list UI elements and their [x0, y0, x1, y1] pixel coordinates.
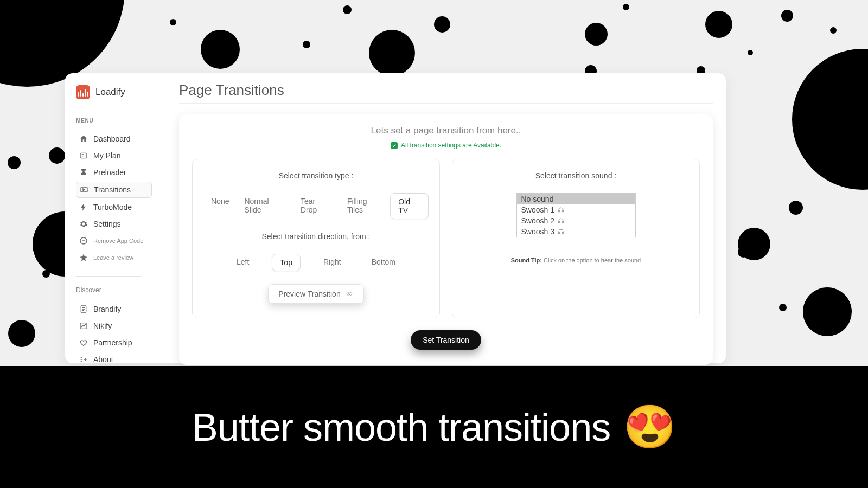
svg-rect-0: [80, 153, 87, 158]
sidebar-item-label: Remove App Code: [93, 237, 143, 244]
sound-option-label: Swoosh 1: [521, 206, 554, 214]
direction-label: Select transition direction, from :: [203, 232, 429, 241]
headphones-icon: [558, 228, 564, 235]
discover-item-nikify[interactable]: Nikify: [76, 318, 152, 333]
sound-label: Select transition sound :: [463, 171, 688, 180]
availability-status: All transition settings are Available.: [192, 142, 700, 149]
transition-sound-panel: Select transition sound : No sound Swoos…: [452, 159, 700, 318]
sidebar-item-transitions[interactable]: Transitions: [76, 182, 152, 198]
sidebar-item-preloader[interactable]: Preloader: [76, 165, 152, 180]
sidebar-item-label: TurboMode: [93, 203, 132, 211]
star-icon: [79, 253, 88, 262]
gear-icon: [79, 220, 88, 228]
sound-option-no-sound[interactable]: No sound: [517, 194, 635, 204]
sound-tip: Sound Tip: Click on the option to hear t…: [463, 257, 688, 264]
svg-rect-7: [562, 210, 563, 212]
sidebar-item-label: Preloader: [93, 168, 126, 177]
sidebar-item-label: Transitions: [94, 185, 131, 194]
sidebar-item-turbomode[interactable]: TurboMode: [76, 200, 152, 215]
sound-option-label: No sound: [521, 195, 554, 203]
sound-option-label: Swoosh 2: [521, 216, 554, 225]
svg-point-5: [348, 293, 350, 295]
transitions-card: Lets set a page transition from here.. A…: [179, 114, 713, 365]
set-transition-button[interactable]: Set Transition: [411, 330, 481, 350]
brand: Loadify: [76, 85, 152, 99]
svg-rect-8: [558, 221, 559, 223]
sidebar-item-dashboard[interactable]: Dashboard: [76, 131, 152, 146]
sidebar-item-remove-app-code[interactable]: Remove App Code: [76, 233, 152, 248]
sidebar: Loadify MENU Dashboard My Plan Preloader…: [65, 73, 157, 363]
type-option-old-tv[interactable]: Old TV: [390, 193, 429, 219]
sidebar-item-label: Leave a review: [93, 254, 133, 261]
home-icon: [79, 134, 88, 143]
type-label: Select transition type :: [203, 171, 429, 180]
chart-icon: [79, 322, 88, 330]
availability-text: All transition settings are Available.: [401, 142, 501, 149]
discover-item-label: Nikify: [93, 322, 112, 330]
sidebar-item-label: Dashboard: [93, 134, 131, 143]
hourglass-icon: [79, 168, 88, 177]
banner-text: Butter smooth transitions: [192, 405, 610, 450]
sound-option-label: Swoosh 3: [521, 227, 554, 236]
eye-icon: [345, 291, 354, 297]
bolt-icon: [79, 203, 88, 211]
card-icon: [79, 151, 88, 160]
brand-logo-icon: [76, 85, 90, 99]
svg-rect-10: [558, 232, 559, 234]
type-option-none[interactable]: None: [203, 193, 237, 219]
direction-option-bottom[interactable]: Bottom: [364, 254, 403, 271]
main-content: Page Transitions Lets set a page transit…: [157, 73, 726, 363]
discover-item-about[interactable]: About: [76, 352, 152, 367]
direction-option-top[interactable]: Top: [272, 254, 301, 271]
title-divider: [179, 103, 713, 104]
menu-heading: MENU: [76, 118, 152, 124]
app-window: Loadify MENU Dashboard My Plan Preloader…: [65, 73, 726, 363]
heart-icon: [79, 338, 88, 347]
transitions-icon: [80, 185, 88, 194]
type-options-row: None Normal Slide Tear Drop Filling Tile…: [203, 193, 429, 219]
sound-option-swoosh-2[interactable]: Swoosh 2: [517, 215, 635, 226]
sidebar-item-settings[interactable]: Settings: [76, 216, 152, 232]
arrow-list-icon: [79, 355, 88, 364]
sound-tip-rest: Click on the option to hear the sound: [542, 257, 641, 264]
sound-tip-bold: Sound Tip:: [511, 257, 542, 264]
headphones-icon: [558, 207, 564, 213]
check-icon: [391, 142, 398, 149]
sound-option-swoosh-3[interactable]: Swoosh 3: [517, 226, 635, 237]
preview-button-label: Preview Transition: [278, 290, 340, 298]
heart-eyes-emoji: 😍: [623, 402, 676, 452]
svg-rect-9: [562, 221, 563, 223]
discover-heading: Discover: [76, 286, 152, 294]
discover-item-label: Partnership: [93, 338, 132, 347]
discover-item-brandify[interactable]: Brandify: [76, 301, 152, 317]
sound-select[interactable]: No sound Swoosh 1 Swoosh 2 Swoosh 3: [516, 193, 636, 237]
discover-item-partnership[interactable]: Partnership: [76, 335, 152, 350]
sidebar-item-label: My Plan: [93, 151, 121, 160]
type-option-filling-tiles[interactable]: Filling Tiles: [340, 193, 390, 219]
brand-name: Loadify: [95, 87, 125, 98]
sidebar-item-leave-review[interactable]: Leave a review: [76, 250, 152, 265]
page-title: Page Transitions: [179, 82, 713, 99]
sidebar-divider: [76, 276, 141, 277]
doc-icon: [79, 305, 88, 313]
direction-option-left[interactable]: Left: [229, 254, 257, 271]
preview-transition-button[interactable]: Preview Transition: [268, 284, 363, 304]
type-option-tear-drop[interactable]: Tear Drop: [293, 193, 340, 219]
sidebar-item-myplan[interactable]: My Plan: [76, 148, 152, 163]
svg-rect-6: [558, 210, 559, 212]
direction-options-row: Left Top Right Bottom: [203, 254, 429, 271]
transition-type-panel: Select transition type : None Normal Sli…: [192, 159, 440, 318]
headphones-icon: [558, 217, 564, 224]
promo-banner: Butter smooth transitions 😍: [0, 366, 868, 488]
discover-item-label: About: [93, 355, 113, 364]
sidebar-item-label: Settings: [93, 220, 121, 228]
type-option-normal-slide[interactable]: Normal Slide: [237, 193, 293, 219]
card-subtitle: Lets set a page transition from here..: [192, 125, 700, 136]
discover-item-label: Brandify: [93, 305, 121, 313]
direction-option-right[interactable]: Right: [316, 254, 349, 271]
minus-circle-icon: [79, 236, 88, 245]
sound-option-swoosh-1[interactable]: Swoosh 1: [517, 204, 635, 215]
svg-rect-11: [562, 232, 563, 234]
